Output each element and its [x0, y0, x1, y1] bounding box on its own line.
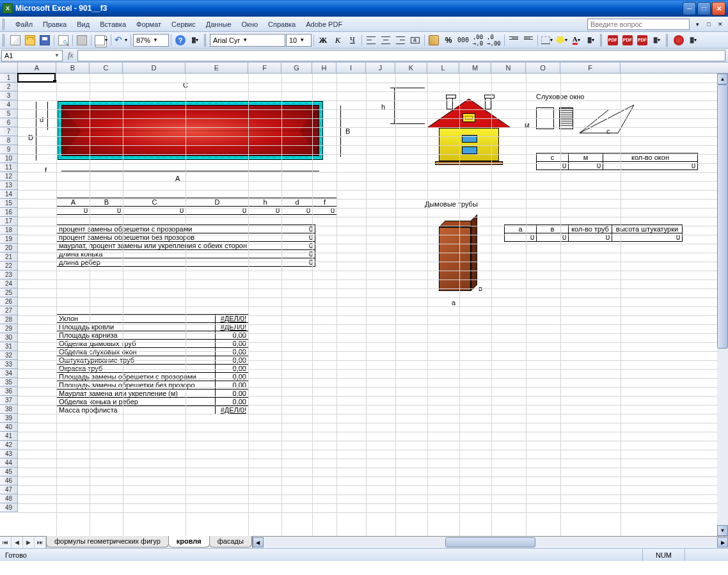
- row-header-21[interactable]: 21: [0, 253, 18, 262]
- col-header-E[interactable]: E: [186, 63, 248, 73]
- scroll-up-button[interactable]: ▲: [717, 74, 728, 84]
- undo-button[interactable]: ↶▾: [113, 33, 129, 47]
- row-header-49[interactable]: 49: [0, 503, 18, 512]
- sheet-tab-0[interactable]: формулы геометрических фигур: [46, 536, 169, 547]
- percent-button[interactable]: %: [441, 33, 455, 47]
- font-color-button[interactable]: A▾: [569, 33, 583, 47]
- row-header-45[interactable]: 45: [0, 468, 18, 477]
- save-button[interactable]: [38, 33, 52, 47]
- tab-last-button[interactable]: ⏭: [35, 537, 46, 548]
- pdf-email-button[interactable]: PDF: [621, 33, 635, 47]
- permission-button[interactable]: [56, 33, 70, 47]
- row-header-19[interactable]: 19: [0, 235, 18, 244]
- toolbar-handle[interactable]: [3, 34, 6, 47]
- tab-next-button[interactable]: ▶: [23, 537, 35, 548]
- font-combo[interactable]: Arial Cyr▼: [210, 34, 285, 47]
- doc-close-button[interactable]: ✕: [715, 20, 725, 29]
- dimensions-table[interactable]: A B C D h d f 0 0 0 0 0 0 0: [56, 198, 337, 215]
- menu-insert[interactable]: Вставка: [95, 18, 131, 31]
- underline-button[interactable]: Ч: [345, 33, 360, 47]
- pdf-convert-button[interactable]: PDF: [606, 33, 620, 47]
- row-header-4[interactable]: 4: [0, 100, 18, 109]
- param-val-2[interactable]: 0: [282, 242, 315, 250]
- param-val-3[interactable]: 0: [282, 250, 315, 258]
- row-header-40[interactable]: 40: [0, 423, 18, 432]
- row-header-17[interactable]: 17: [0, 217, 18, 226]
- scroll-left-button[interactable]: ◀: [253, 537, 264, 547]
- toolbar-options-3[interactable]: ▓▾: [650, 33, 664, 47]
- row-header-9[interactable]: 9: [0, 145, 18, 154]
- menu-tools[interactable]: Сервис: [166, 18, 201, 31]
- row-header-47[interactable]: 47: [0, 485, 18, 494]
- italic-button[interactable]: К: [331, 33, 345, 47]
- row-header-24[interactable]: 24: [0, 280, 18, 288]
- row-header-34[interactable]: 34: [0, 369, 18, 378]
- increase-indent-button[interactable]: [521, 33, 535, 47]
- row-header-13[interactable]: 13: [0, 181, 18, 190]
- row-header-32[interactable]: 32: [0, 351, 18, 360]
- row-header-48[interactable]: 48: [0, 494, 18, 503]
- row-header-5[interactable]: 5: [0, 109, 18, 118]
- results-table[interactable]: Уклон#ДЕЛ/0!Площадь кровли#ДЕЛ/0!Площадь…: [56, 314, 249, 414]
- cells-area[interactable]: C B A D d f h Слуховое окно: [18, 74, 728, 536]
- col-header-O[interactable]: O: [526, 63, 560, 73]
- help-question-input[interactable]: [587, 19, 690, 30]
- menu-file[interactable]: Файл: [10, 18, 38, 31]
- toolbar-options-1[interactable]: ▓▾: [188, 33, 202, 47]
- row-header-35[interactable]: 35: [0, 378, 18, 387]
- result-val-6[interactable]: 0,00: [216, 365, 249, 373]
- help-button[interactable]: ?: [173, 33, 187, 47]
- result-label-4[interactable]: Обделка слуховых окон: [57, 348, 216, 356]
- tab-prev-button[interactable]: ◀: [12, 537, 23, 548]
- col-header-F[interactable]: F: [248, 63, 281, 73]
- row-header-28[interactable]: 28: [0, 315, 18, 324]
- toolbar-handle-2[interactable]: [204, 34, 208, 47]
- currency-button[interactable]: [427, 33, 441, 47]
- toolbar-options-4[interactable]: ▓▾: [686, 33, 700, 47]
- row-header-26[interactable]: 26: [0, 297, 18, 306]
- decrease-decimal-button[interactable]: ,0→,00: [486, 33, 502, 47]
- toolbar-options-2[interactable]: ▓▾: [584, 33, 598, 47]
- col-header-H[interactable]: H: [312, 63, 336, 73]
- result-label-6[interactable]: Окраска труб: [57, 365, 216, 373]
- row-header-29[interactable]: 29: [0, 324, 18, 333]
- row-header-3[interactable]: 3: [0, 91, 18, 100]
- row-header-44[interactable]: 44: [0, 459, 18, 468]
- row-header-30[interactable]: 30: [0, 333, 18, 342]
- align-left-button[interactable]: [364, 33, 378, 47]
- comma-button[interactable]: 000: [456, 33, 470, 47]
- row-header-7[interactable]: 7: [0, 127, 18, 136]
- row-header-14[interactable]: 14: [0, 190, 18, 199]
- menu-view[interactable]: Вид: [72, 18, 95, 31]
- menu-format[interactable]: Формат: [131, 18, 166, 31]
- align-center-button[interactable]: [379, 33, 393, 47]
- bold-button[interactable]: Ж: [316, 33, 330, 47]
- result-val-3[interactable]: 0,00: [216, 340, 249, 348]
- result-label-7[interactable]: Площадь замены обрешетки с прозорами: [57, 373, 216, 381]
- merge-cells-button[interactable]: [408, 33, 422, 47]
- col-header-A[interactable]: A: [18, 63, 56, 73]
- result-val-2[interactable]: 0,00: [216, 331, 249, 340]
- vscroll-thumb[interactable]: [717, 84, 728, 349]
- result-val-7[interactable]: 0,00: [216, 373, 249, 381]
- col-header-B[interactable]: B: [56, 63, 90, 73]
- result-label-11[interactable]: Масса профлиста: [57, 406, 216, 414]
- sheet-tab-2[interactable]: фасады: [209, 536, 252, 547]
- worksheet-grid[interactable]: ABCDEFGHIJKLMNOF 12345678910111213141516…: [0, 63, 728, 536]
- menu-window[interactable]: Окно: [237, 18, 264, 31]
- decrease-indent-button[interactable]: [507, 33, 521, 47]
- row-header-16[interactable]: 16: [0, 208, 18, 217]
- toolbar-handle-3[interactable]: [600, 34, 604, 47]
- menu-help[interactable]: Справка: [263, 18, 301, 31]
- param-val-4[interactable]: 0: [282, 258, 315, 267]
- col-header-D[interactable]: D: [123, 63, 186, 73]
- align-right-button[interactable]: [393, 33, 408, 47]
- menu-handle[interactable]: [3, 19, 8, 30]
- pdf-review-button[interactable]: PDF: [635, 33, 649, 47]
- formula-bar[interactable]: [77, 50, 725, 61]
- menu-data[interactable]: Данные: [201, 18, 237, 31]
- row-header-6[interactable]: 6: [0, 118, 18, 127]
- scroll-right-button[interactable]: ▶: [717, 537, 728, 547]
- result-label-2[interactable]: Площадь карниза: [57, 331, 216, 340]
- sheet-tab-1[interactable]: кровля: [168, 536, 210, 547]
